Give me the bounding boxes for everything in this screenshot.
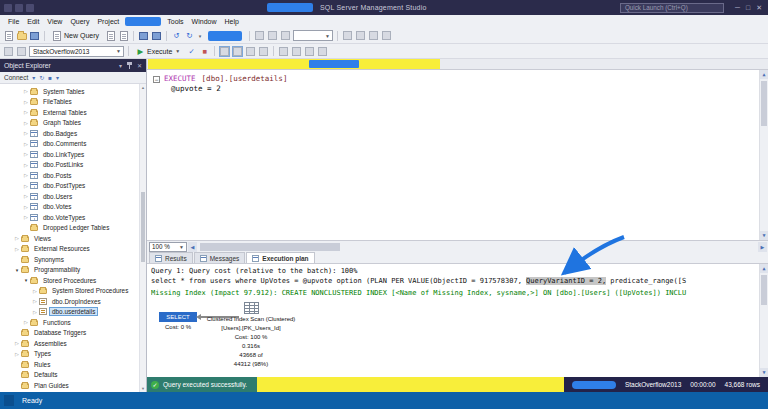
menu-query[interactable]: Query xyxy=(66,18,93,25)
expand-arrow-icon[interactable]: ▷ xyxy=(22,151,30,157)
tree-item-dbo-votes[interactable]: ▷dbo.Votes xyxy=(0,202,138,213)
expand-arrow-icon[interactable]: ▷ xyxy=(22,141,30,147)
expand-arrow-icon[interactable]: ▷ xyxy=(13,235,21,241)
tree-item-functions[interactable]: ▷Functions xyxy=(0,317,138,328)
expand-arrow-icon[interactable]: ▷ xyxy=(31,298,39,304)
expand-arrow-icon[interactable]: ▷ xyxy=(22,120,30,126)
tree-item-system-tables[interactable]: ▷System Tables xyxy=(0,86,138,97)
collapse-region-icon[interactable]: − xyxy=(153,76,160,83)
tree-item-dbo-posttypes[interactable]: ▷dbo.PostTypes xyxy=(0,181,138,192)
disconnect-icon[interactable] xyxy=(16,46,27,57)
connect-dropdown[interactable]: Connect xyxy=(4,74,28,81)
tree-item-assemblies[interactable]: ▷Assemblies xyxy=(0,338,138,349)
expand-arrow-icon[interactable]: ▷ xyxy=(13,246,21,252)
menu-project[interactable]: Project xyxy=(93,18,123,25)
tab-execution-plan[interactable]: Execution plan xyxy=(246,252,314,263)
tree-item-external-resources[interactable]: ▷External Resources xyxy=(0,244,138,255)
expand-arrow-icon[interactable]: ▷ xyxy=(22,109,30,115)
toolbar-icon[interactable] xyxy=(254,30,265,41)
expand-arrow-icon[interactable]: ▷ xyxy=(22,99,30,105)
expand-arrow-icon[interactable]: ▷ xyxy=(22,88,30,94)
refresh-icon[interactable]: ↻ xyxy=(39,74,44,81)
menu-view[interactable]: View xyxy=(43,18,66,25)
toolbar-icon[interactable] xyxy=(317,46,328,57)
tree-item-system-stored-procedures[interactable]: ▷System Stored Procedures xyxy=(0,286,138,297)
scroll-down-icon[interactable]: ▼ xyxy=(760,368,768,377)
expand-arrow-icon[interactable]: ▷ xyxy=(31,288,39,294)
scrollbar-thumb[interactable] xyxy=(761,81,767,126)
toolbar-icon[interactable] xyxy=(368,30,379,41)
tree-item-dropped-ledger-tables[interactable]: Dropped Ledger Tables xyxy=(0,223,138,234)
tab-results[interactable]: Results xyxy=(149,252,193,263)
tree-item-database-triggers[interactable]: Database Triggers xyxy=(0,328,138,339)
expand-arrow-icon[interactable]: ▷ xyxy=(22,214,30,220)
tree-item-dbo-badges[interactable]: ▷dbo.Badges xyxy=(0,128,138,139)
tree-item-dbo-users[interactable]: ▷dbo.Users xyxy=(0,191,138,202)
menu-window[interactable]: Window xyxy=(188,18,221,25)
new-file-icon[interactable] xyxy=(3,30,14,41)
tree-item-stored-procedures[interactable]: ▾Stored Procedures xyxy=(0,275,138,286)
tree-item-plan-guides[interactable]: Plan Guides xyxy=(0,380,138,391)
expand-arrow-icon[interactable]: ▷ xyxy=(22,172,30,178)
close-button[interactable]: ✕ xyxy=(756,4,762,12)
actual-plan-icon[interactable] xyxy=(232,46,243,57)
tree-scrollbar[interactable]: ▲ ▼ xyxy=(139,84,146,392)
scroll-down-icon[interactable]: ▼ xyxy=(140,386,146,391)
new-query-button[interactable]: New Query xyxy=(49,30,103,42)
toolbar-dropdown[interactable]: ▼ xyxy=(293,30,333,41)
tree-item-filetables[interactable]: ▷FileTables xyxy=(0,97,138,108)
missing-index-line[interactable]: Missing Index (Impact 97.912): CREATE NO… xyxy=(151,289,756,297)
redo-icon[interactable]: ↻ xyxy=(184,30,195,41)
tree-item-dbo-posts[interactable]: ▷dbo.Posts xyxy=(0,170,138,181)
expand-arrow-icon[interactable]: ▷ xyxy=(22,130,30,136)
toolbar-icon[interactable] xyxy=(304,46,315,57)
scrollbar-thumb[interactable] xyxy=(141,192,145,262)
expand-arrow-icon[interactable]: ▾ xyxy=(22,277,30,283)
expand-arrow-icon[interactable]: ▷ xyxy=(22,162,30,168)
scroll-up-icon[interactable]: ▲ xyxy=(760,264,768,273)
minimize-button[interactable]: ─ xyxy=(735,4,740,12)
tree-item-graph-tables[interactable]: ▷Graph Tables xyxy=(0,118,138,129)
scroll-left-icon[interactable]: ◀ xyxy=(188,242,197,252)
pin-icon[interactable] xyxy=(127,62,132,69)
stop-icon[interactable]: ■ xyxy=(48,75,52,81)
scroll-down-icon[interactable]: ▼ xyxy=(760,231,768,240)
toolbar-icon[interactable] xyxy=(355,30,366,41)
chevron-down-icon[interactable]: ▾ xyxy=(119,62,122,69)
execute-button[interactable]: ▶ Execute ▼ xyxy=(133,45,184,57)
document-tab-strip[interactable] xyxy=(147,59,768,70)
connect-icon[interactable] xyxy=(3,46,14,57)
plan-scan-node[interactable]: Clustered Index Scan (Clustered) [Users]… xyxy=(176,302,326,368)
menu-help[interactable]: Help xyxy=(221,18,243,25)
tree-item-programmability[interactable]: ▾Programmability xyxy=(0,265,138,276)
scroll-up-icon[interactable]: ▲ xyxy=(760,70,768,79)
tab-messages[interactable]: Messages xyxy=(194,252,246,263)
estimated-plan-icon[interactable] xyxy=(219,46,230,57)
expand-arrow-icon[interactable]: ▷ xyxy=(22,319,30,325)
maximize-button[interactable]: □ xyxy=(746,4,750,12)
expand-arrow-icon[interactable]: ▷ xyxy=(13,351,21,357)
open-file-icon[interactable] xyxy=(16,30,27,41)
toolbar-icon[interactable] xyxy=(278,46,289,57)
code-editor[interactable]: − EXECUTE [dbo].[userdetails] @upvote = … xyxy=(147,70,768,240)
titlebar-tool-icon[interactable] xyxy=(26,4,34,12)
new-doc-icon[interactable] xyxy=(118,30,129,41)
redo-dropdown-icon[interactable]: ▾ xyxy=(197,30,203,41)
undo-icon[interactable]: ↺ xyxy=(171,30,182,41)
tree-item-dbo-userdetails[interactable]: ▷dbo.userdetails xyxy=(0,307,138,318)
tree-item-dbo-linktypes[interactable]: ▷dbo.LinkTypes xyxy=(0,149,138,160)
tree-item-defaults[interactable]: Defaults xyxy=(0,370,138,381)
database-selector[interactable]: StackOverflow2013 ▼ xyxy=(29,46,124,57)
tree-item-views[interactable]: ▷Views xyxy=(0,233,138,244)
tree-item-dbo-dropindexes[interactable]: ▷dbo.DropIndexes xyxy=(0,296,138,307)
expand-arrow-icon[interactable]: ▷ xyxy=(13,340,21,346)
save-all-icon[interactable] xyxy=(151,30,162,41)
close-icon[interactable]: ✕ xyxy=(137,62,142,69)
tree-item-dbo-postlinks[interactable]: ▷dbo.PostLinks xyxy=(0,160,138,171)
editor-vertical-scrollbar[interactable]: ▲ ▼ xyxy=(759,70,768,240)
expand-arrow-icon[interactable]: ▷ xyxy=(31,309,39,315)
parse-check-icon[interactable]: ✓ xyxy=(186,46,197,57)
tree-item-dbo-votetypes[interactable]: ▷dbo.VoteTypes xyxy=(0,212,138,223)
save-icon[interactable] xyxy=(138,30,149,41)
filter-icon[interactable]: ▾ xyxy=(56,74,59,81)
